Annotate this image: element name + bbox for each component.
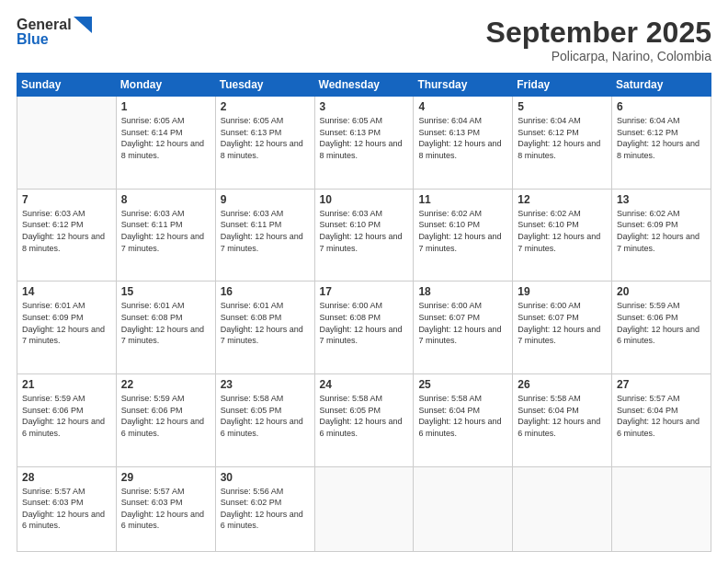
day-info: Sunrise: 6:00 AM Sunset: 6:08 PM Dayligh… bbox=[320, 300, 409, 346]
day-number: 12 bbox=[518, 193, 607, 206]
day-info: Sunrise: 6:00 AM Sunset: 6:07 PM Dayligh… bbox=[518, 300, 607, 346]
table-row: 29 Sunrise: 5:57 AM Sunset: 6:03 PM Dayl… bbox=[116, 466, 215, 552]
table-row: 1 Sunrise: 6:05 AM Sunset: 6:14 PM Dayli… bbox=[116, 97, 215, 190]
table-row: 5 Sunrise: 6:04 AM Sunset: 6:12 PM Dayli… bbox=[513, 97, 612, 190]
table-row bbox=[612, 466, 711, 552]
table-row: 19 Sunrise: 6:00 AM Sunset: 6:07 PM Dayl… bbox=[513, 282, 612, 374]
day-info: Sunrise: 6:04 AM Sunset: 6:12 PM Dayligh… bbox=[617, 115, 706, 161]
day-number: 30 bbox=[221, 471, 310, 484]
col-thursday: Thursday bbox=[414, 74, 513, 97]
calendar-week-row: 28 Sunrise: 5:57 AM Sunset: 6:03 PM Dayl… bbox=[17, 466, 711, 552]
col-monday: Monday bbox=[116, 74, 215, 97]
table-row: 14 Sunrise: 6:01 AM Sunset: 6:09 PM Dayl… bbox=[17, 282, 117, 374]
calendar-week-row: 14 Sunrise: 6:01 AM Sunset: 6:09 PM Dayl… bbox=[17, 282, 711, 374]
col-tuesday: Tuesday bbox=[215, 74, 314, 97]
day-number: 4 bbox=[418, 100, 507, 113]
day-number: 21 bbox=[22, 378, 111, 391]
day-number: 1 bbox=[121, 100, 210, 113]
day-info: Sunrise: 5:59 AM Sunset: 6:06 PM Dayligh… bbox=[22, 393, 111, 439]
table-row: 4 Sunrise: 6:04 AM Sunset: 6:13 PM Dayli… bbox=[414, 97, 513, 190]
calendar-week-row: 21 Sunrise: 5:59 AM Sunset: 6:06 PM Dayl… bbox=[17, 373, 711, 466]
day-info: Sunrise: 5:56 AM Sunset: 6:02 PM Dayligh… bbox=[221, 486, 310, 532]
table-row: 18 Sunrise: 6:00 AM Sunset: 6:07 PM Dayl… bbox=[414, 282, 513, 374]
day-info: Sunrise: 6:03 AM Sunset: 6:11 PM Dayligh… bbox=[221, 208, 310, 254]
calendar-header-row: Sunday Monday Tuesday Wednesday Thursday… bbox=[17, 74, 711, 97]
table-row: 13 Sunrise: 6:02 AM Sunset: 6:09 PM Dayl… bbox=[612, 189, 711, 282]
table-row bbox=[314, 466, 414, 552]
col-wednesday: Wednesday bbox=[314, 74, 414, 97]
table-row: 26 Sunrise: 5:58 AM Sunset: 6:04 PM Dayl… bbox=[513, 373, 612, 466]
day-info: Sunrise: 6:02 AM Sunset: 6:09 PM Dayligh… bbox=[617, 208, 706, 254]
day-info: Sunrise: 6:05 AM Sunset: 6:14 PM Dayligh… bbox=[121, 115, 210, 161]
table-row: 2 Sunrise: 6:05 AM Sunset: 6:13 PM Dayli… bbox=[215, 97, 314, 190]
header: General Blue September 2025 Policarpa, N… bbox=[17, 17, 711, 63]
day-info: Sunrise: 5:58 AM Sunset: 6:04 PM Dayligh… bbox=[518, 393, 607, 439]
table-row: 28 Sunrise: 5:57 AM Sunset: 6:03 PM Dayl… bbox=[17, 466, 117, 552]
day-info: Sunrise: 5:58 AM Sunset: 6:05 PM Dayligh… bbox=[320, 393, 409, 439]
table-row: 11 Sunrise: 6:02 AM Sunset: 6:10 PM Dayl… bbox=[414, 189, 513, 282]
day-number: 11 bbox=[418, 193, 507, 206]
day-number: 9 bbox=[221, 193, 310, 206]
day-number: 7 bbox=[22, 193, 111, 206]
day-info: Sunrise: 5:57 AM Sunset: 6:03 PM Dayligh… bbox=[121, 486, 210, 532]
table-row: 16 Sunrise: 6:01 AM Sunset: 6:08 PM Dayl… bbox=[215, 282, 314, 374]
table-row: 30 Sunrise: 5:56 AM Sunset: 6:02 PM Dayl… bbox=[215, 466, 314, 552]
day-info: Sunrise: 6:01 AM Sunset: 6:09 PM Dayligh… bbox=[22, 300, 111, 346]
day-info: Sunrise: 6:03 AM Sunset: 6:11 PM Dayligh… bbox=[121, 208, 210, 254]
day-number: 2 bbox=[221, 100, 310, 113]
table-row: 20 Sunrise: 5:59 AM Sunset: 6:06 PM Dayl… bbox=[612, 282, 711, 374]
day-number: 17 bbox=[320, 285, 409, 298]
table-row bbox=[17, 97, 117, 190]
logo: General Blue bbox=[17, 17, 92, 48]
day-number: 19 bbox=[518, 285, 607, 298]
day-info: Sunrise: 6:01 AM Sunset: 6:08 PM Dayligh… bbox=[221, 300, 310, 346]
day-number: 15 bbox=[121, 285, 210, 298]
col-saturday: Saturday bbox=[612, 74, 711, 97]
table-row: 10 Sunrise: 6:03 AM Sunset: 6:10 PM Dayl… bbox=[314, 189, 414, 282]
day-number: 28 bbox=[22, 471, 111, 484]
table-row: 8 Sunrise: 6:03 AM Sunset: 6:11 PM Dayli… bbox=[116, 189, 215, 282]
table-row: 12 Sunrise: 6:02 AM Sunset: 6:10 PM Dayl… bbox=[513, 189, 612, 282]
table-row: 21 Sunrise: 5:59 AM Sunset: 6:06 PM Dayl… bbox=[17, 373, 117, 466]
day-info: Sunrise: 5:57 AM Sunset: 6:03 PM Dayligh… bbox=[22, 486, 111, 532]
table-row: 7 Sunrise: 6:03 AM Sunset: 6:12 PM Dayli… bbox=[17, 189, 117, 282]
day-info: Sunrise: 5:59 AM Sunset: 6:06 PM Dayligh… bbox=[121, 393, 210, 439]
day-number: 25 bbox=[418, 378, 507, 391]
calendar-table: Sunday Monday Tuesday Wednesday Thursday… bbox=[17, 73, 711, 552]
day-info: Sunrise: 6:05 AM Sunset: 6:13 PM Dayligh… bbox=[320, 115, 409, 161]
day-info: Sunrise: 6:00 AM Sunset: 6:07 PM Dayligh… bbox=[418, 300, 507, 346]
month-title: September 2025 bbox=[486, 17, 711, 49]
day-info: Sunrise: 6:03 AM Sunset: 6:12 PM Dayligh… bbox=[22, 208, 111, 254]
day-info: Sunrise: 6:03 AM Sunset: 6:10 PM Dayligh… bbox=[320, 208, 409, 254]
title-block: September 2025 Policarpa, Narino, Colomb… bbox=[486, 17, 711, 63]
col-friday: Friday bbox=[513, 74, 612, 97]
day-number: 26 bbox=[518, 378, 607, 391]
day-number: 10 bbox=[320, 193, 409, 206]
day-number: 27 bbox=[617, 378, 706, 391]
day-info: Sunrise: 6:04 AM Sunset: 6:12 PM Dayligh… bbox=[518, 115, 607, 161]
day-number: 16 bbox=[221, 285, 310, 298]
day-number: 20 bbox=[617, 285, 706, 298]
table-row: 22 Sunrise: 5:59 AM Sunset: 6:06 PM Dayl… bbox=[116, 373, 215, 466]
day-number: 13 bbox=[617, 193, 706, 206]
day-info: Sunrise: 5:58 AM Sunset: 6:04 PM Dayligh… bbox=[418, 393, 507, 439]
calendar-week-row: 1 Sunrise: 6:05 AM Sunset: 6:14 PM Dayli… bbox=[17, 97, 711, 190]
table-row: 15 Sunrise: 6:01 AM Sunset: 6:08 PM Dayl… bbox=[116, 282, 215, 374]
table-row: 3 Sunrise: 6:05 AM Sunset: 6:13 PM Dayli… bbox=[314, 97, 414, 190]
page: General Blue September 2025 Policarpa, N… bbox=[0, 0, 728, 563]
logo-arrow-icon bbox=[74, 17, 92, 33]
day-number: 8 bbox=[121, 193, 210, 206]
table-row: 17 Sunrise: 6:00 AM Sunset: 6:08 PM Dayl… bbox=[314, 282, 414, 374]
table-row bbox=[414, 466, 513, 552]
table-row: 23 Sunrise: 5:58 AM Sunset: 6:05 PM Dayl… bbox=[215, 373, 314, 466]
table-row: 24 Sunrise: 5:58 AM Sunset: 6:05 PM Dayl… bbox=[314, 373, 414, 466]
day-info: Sunrise: 6:04 AM Sunset: 6:13 PM Dayligh… bbox=[418, 115, 507, 161]
table-row: 6 Sunrise: 6:04 AM Sunset: 6:12 PM Dayli… bbox=[612, 97, 711, 190]
day-number: 18 bbox=[418, 285, 507, 298]
calendar-week-row: 7 Sunrise: 6:03 AM Sunset: 6:12 PM Dayli… bbox=[17, 189, 711, 282]
day-number: 6 bbox=[617, 100, 706, 113]
day-info: Sunrise: 6:02 AM Sunset: 6:10 PM Dayligh… bbox=[418, 208, 507, 254]
day-number: 29 bbox=[121, 471, 210, 484]
location: Policarpa, Narino, Colombia bbox=[486, 49, 711, 63]
svg-marker-0 bbox=[74, 17, 92, 33]
